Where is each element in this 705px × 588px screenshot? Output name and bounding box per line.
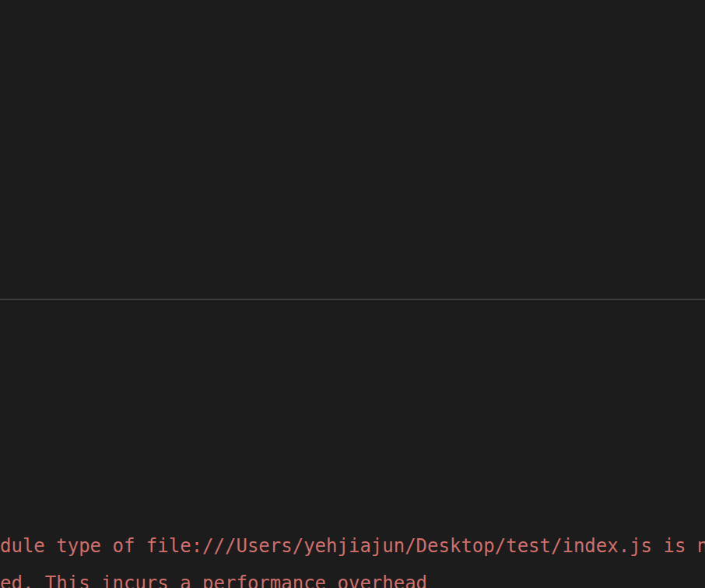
editor-pane[interactable] (0, 0, 705, 299)
terminal-error-line-1: dule type of file:///Users/yehjiajun/Des… (0, 535, 705, 557)
ide-window-fragment: dule type of file:///Users/yehjiajun/Des… (0, 0, 705, 588)
terminal-error-line-2: ed. This incurs a performance overhead (0, 572, 427, 588)
